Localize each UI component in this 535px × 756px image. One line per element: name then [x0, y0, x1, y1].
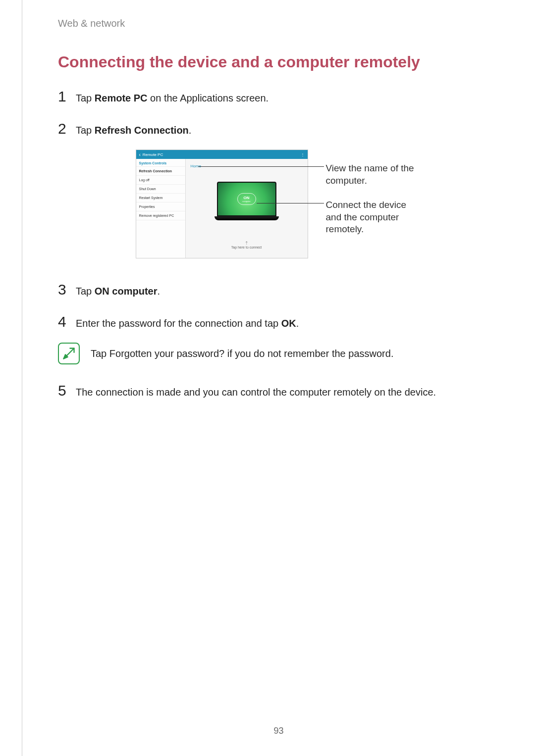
step-number: 1 — [58, 85, 76, 107]
leader-line — [257, 203, 324, 203]
app-sidebar: System Controls Refresh Connection Log o… — [136, 159, 186, 258]
sidebar-item-restart[interactable]: Restart System — [136, 194, 185, 202]
figure: ‹ Remote PC ⋮ System Controls Refresh Co… — [58, 150, 499, 258]
sidebar-item-remove[interactable]: Remove registered PC — [136, 211, 185, 220]
step-text: . — [189, 125, 192, 136]
breadcrumb: Web & network — [58, 18, 499, 29]
sidebar-item-refresh[interactable]: Refresh Connection — [136, 167, 185, 176]
step-bold: ON computer — [95, 286, 158, 297]
callout-connect: Connect the device and the computer remo… — [326, 199, 422, 236]
step-number: 4 — [58, 310, 76, 333]
tap-to-connect[interactable]: ⇡ Tap here to connect — [231, 241, 262, 249]
arrow-up-icon: ⇡ — [231, 241, 262, 246]
leader-line — [198, 166, 324, 167]
app-main: Home ON computer ⇡ — [186, 159, 308, 258]
step-bold: OK — [281, 318, 296, 329]
on-sublabel: computer — [242, 200, 251, 202]
step-3: 3 Tap ON computer. — [58, 278, 499, 301]
note-text: Tap — [91, 348, 109, 359]
step-4: 4 Enter the password for the connection … — [58, 310, 499, 333]
step-5: 5 The connection is made and you can con… — [58, 379, 499, 402]
chevron-left-icon: ‹ — [139, 152, 141, 157]
sidebar-item-logoff[interactable]: Log off — [136, 176, 185, 185]
page-title: Connecting the device and a computer rem… — [58, 53, 499, 71]
on-computer-button[interactable]: ON computer — [237, 193, 256, 205]
sidebar-heading: System Controls — [136, 159, 185, 167]
note-icon — [58, 343, 80, 364]
on-label: ON — [244, 196, 250, 200]
step-text: Tap — [76, 125, 95, 136]
back-button[interactable]: ‹ Remote PC — [139, 152, 163, 157]
menu-icon[interactable]: ⋮ — [301, 152, 305, 157]
sidebar-item-shutdown[interactable]: Shut Down — [136, 185, 185, 194]
app-titlebar: ‹ Remote PC ⋮ — [136, 150, 308, 159]
step-text: Tap — [76, 286, 95, 297]
laptop-illustration: ON computer — [214, 182, 279, 220]
sidebar-item-properties[interactable]: Properties — [136, 202, 185, 211]
step-text: . — [296, 318, 299, 329]
app-title: Remote PC — [143, 152, 163, 157]
step-text: The connection is made and you can contr… — [76, 387, 436, 398]
callout-computer-name: View the name of the computer. — [326, 162, 422, 187]
step-bold: Remote PC — [95, 93, 148, 103]
step-1: 1 Tap Remote PC on the Applications scre… — [58, 85, 499, 107]
step-number: 2 — [58, 117, 76, 140]
app-screenshot: ‹ Remote PC ⋮ System Controls Refresh Co… — [136, 150, 308, 258]
step-text: Tap — [76, 93, 95, 103]
step-2: 2 Tap Refresh Connection. — [58, 117, 499, 140]
tap-connect-label: Tap here to connect — [231, 246, 262, 249]
step-text: . — [158, 286, 160, 297]
page-number: 93 — [273, 726, 283, 736]
step-text: Enter the password for the connection an… — [76, 318, 281, 329]
note-bold: Forgotten your password? — [109, 348, 224, 359]
step-text: on the Applications screen. — [148, 93, 269, 103]
note: Tap Forgotten your password? if you do n… — [58, 343, 499, 364]
note-text: if you do not remember the password. — [224, 348, 393, 359]
step-number: 5 — [58, 379, 76, 402]
step-bold: Refresh Connection — [95, 125, 189, 136]
step-number: 3 — [58, 278, 76, 301]
